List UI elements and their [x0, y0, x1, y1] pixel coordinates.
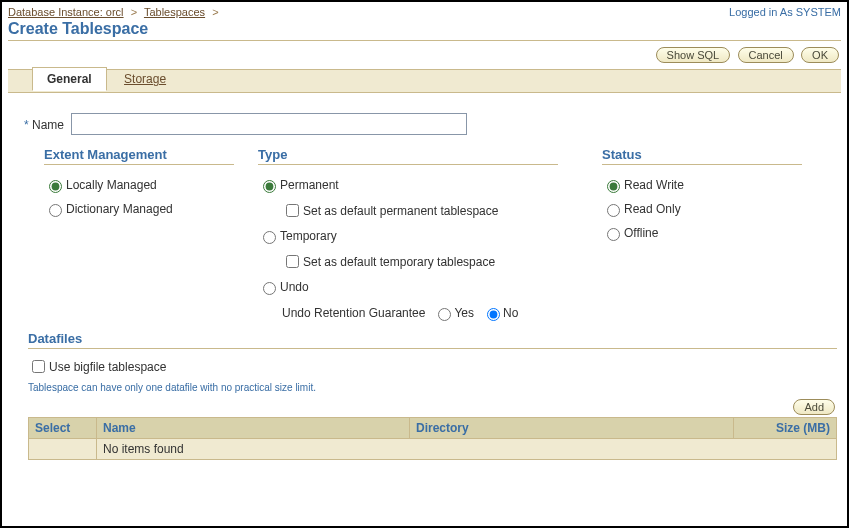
- extent-locally-radio[interactable]: [49, 180, 62, 193]
- name-label: Name: [32, 118, 64, 132]
- page-title: Create Tablespace: [8, 20, 841, 38]
- breadcrumb-tablespaces-link[interactable]: Tablespaces: [144, 6, 205, 18]
- breadcrumb: Database Instance: orcl > Tablespaces > …: [8, 4, 841, 18]
- col-name: Name: [97, 418, 410, 439]
- type-temporary-label: Temporary: [280, 229, 337, 243]
- datafiles-table: Select Name Directory Size (MB) No items…: [28, 417, 837, 460]
- table-row: No items found: [29, 439, 837, 460]
- undo-guarantee-label: Undo Retention Guarantee: [282, 306, 425, 320]
- show-sql-button[interactable]: Show SQL: [656, 47, 731, 63]
- undo-yes-radio[interactable]: [438, 308, 451, 321]
- type-permanent-label: Permanent: [280, 178, 339, 192]
- bigfile-label: Use bigfile tablespace: [49, 360, 166, 374]
- type-undo-radio[interactable]: [263, 282, 276, 295]
- bigfile-hint: Tablespace can have only one datafile wi…: [28, 382, 837, 393]
- tab-general[interactable]: General: [32, 67, 107, 91]
- add-button[interactable]: Add: [793, 399, 835, 415]
- ok-button[interactable]: OK: [801, 47, 839, 63]
- tab-bar: General Storage: [8, 69, 841, 93]
- col-select: Select: [29, 418, 97, 439]
- status-heading: Status: [602, 147, 802, 165]
- breadcrumb-sep: >: [212, 6, 218, 18]
- undo-no-label: No: [503, 306, 518, 320]
- col-directory: Directory: [410, 418, 734, 439]
- breadcrumb-sep: >: [131, 6, 137, 18]
- default-temporary-label: Set as default temporary tablespace: [303, 255, 495, 269]
- logged-in-label: Logged in As SYSTEM: [729, 6, 841, 18]
- extent-dictionary-label: Dictionary Managed: [66, 202, 173, 216]
- bigfile-checkbox[interactable]: [32, 360, 45, 373]
- status-readwrite-radio[interactable]: [607, 180, 620, 193]
- default-temporary-checkbox[interactable]: [286, 255, 299, 268]
- empty-row: No items found: [97, 439, 837, 460]
- type-permanent-radio[interactable]: [263, 180, 276, 193]
- extent-locally-label: Locally Managed: [66, 178, 157, 192]
- status-readonly-label: Read Only: [624, 202, 681, 216]
- extent-dictionary-radio[interactable]: [49, 204, 62, 217]
- type-heading: Type: [258, 147, 558, 165]
- status-readonly-radio[interactable]: [607, 204, 620, 217]
- name-input[interactable]: [71, 113, 467, 135]
- status-readwrite-label: Read Write: [624, 178, 684, 192]
- default-permanent-label: Set as default permanent tablespace: [303, 204, 498, 218]
- undo-yes-label: Yes: [454, 306, 474, 320]
- default-permanent-checkbox[interactable]: [286, 204, 299, 217]
- breadcrumb-instance-link[interactable]: Database Instance: orcl: [8, 6, 124, 18]
- type-undo-label: Undo: [280, 280, 309, 294]
- tab-storage[interactable]: Storage: [110, 68, 180, 90]
- undo-no-radio[interactable]: [487, 308, 500, 321]
- required-marker: *: [24, 118, 29, 132]
- type-temporary-radio[interactable]: [263, 231, 276, 244]
- status-offline-label: Offline: [624, 226, 658, 240]
- col-size: Size (MB): [734, 418, 837, 439]
- cancel-button[interactable]: Cancel: [738, 47, 794, 63]
- extent-heading: Extent Management: [44, 147, 234, 165]
- status-offline-radio[interactable]: [607, 228, 620, 241]
- datafiles-heading: Datafiles: [28, 331, 837, 349]
